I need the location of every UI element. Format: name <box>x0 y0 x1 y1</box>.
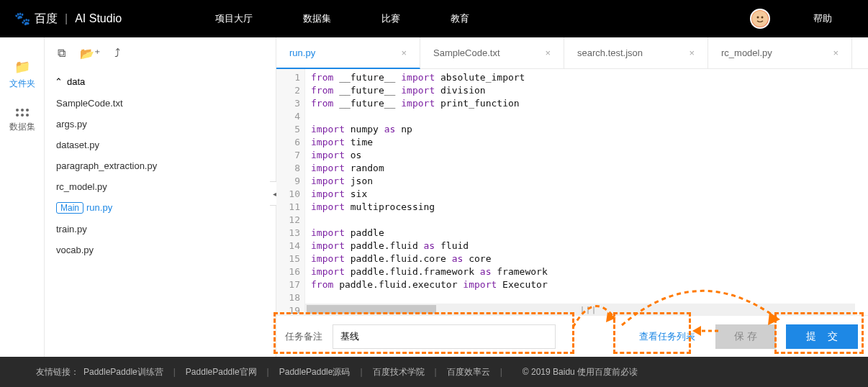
file-item[interactable]: paragraph_extraction.py <box>55 155 276 176</box>
footer: 友情链接： PaddlePaddle训练营| PaddlePaddle官网| P… <box>0 357 868 387</box>
task-note-input[interactable] <box>333 324 556 349</box>
grid-icon <box>16 109 29 117</box>
paw-icon: 🐾 <box>14 11 30 27</box>
tab-samplecode[interactable]: SampleCode.txt× <box>420 37 564 68</box>
file-item[interactable]: rc_model.py <box>55 176 276 197</box>
editor-area: ◀ run.py× SampleCode.txt× search.test.js… <box>276 37 868 357</box>
close-icon[interactable]: × <box>545 47 551 58</box>
tab-label: rc_model.py <box>721 47 772 58</box>
footer-link[interactable]: 百度技术学院 <box>373 366 425 378</box>
folder-name: data <box>67 76 85 87</box>
editor-tabs: run.py× SampleCode.txt× search.test.json… <box>276 37 868 69</box>
bottom-bar: 任务备注 查看任务列表 保 存 提 交 <box>276 315 868 357</box>
folder-data[interactable]: ⌃ data <box>55 70 276 93</box>
tab-label: search.test.json <box>577 47 643 58</box>
main-badge: Main <box>56 202 83 214</box>
svg-point-0 <box>752 11 768 27</box>
file-panel: ⧉ 📂⁺ ⤴ ⌃ data SampleCode.txt args.py dat… <box>45 37 276 357</box>
tab-label: SampleCode.txt <box>433 47 500 58</box>
nav-education[interactable]: 教育 <box>451 12 469 25</box>
code-editor[interactable]: 123456789101112131415161718192021222324 … <box>276 69 868 315</box>
task-note-label: 任务备注 <box>285 330 322 343</box>
tab-rcmodel[interactable]: rc_model.py× <box>708 37 852 68</box>
close-icon[interactable]: × <box>401 47 407 58</box>
submit-button[interactable]: 提 交 <box>786 324 858 349</box>
help-link[interactable]: 帮助 <box>813 12 832 25</box>
nav-projects[interactable]: 项目大厅 <box>215 12 253 25</box>
view-task-list-link[interactable]: 查看任务列表 <box>639 330 695 343</box>
file-item[interactable]: SampleCode.txt <box>55 93 276 114</box>
file-toolbar: ⧉ 📂⁺ ⤴ <box>45 37 276 69</box>
main-file-name: run.py <box>86 202 112 213</box>
nav-datasets[interactable]: 数据集 <box>303 12 331 25</box>
upload-icon[interactable]: ⤴ <box>114 47 120 60</box>
footer-link[interactable]: PaddlePaddle训练营 <box>83 366 163 378</box>
new-folder-icon[interactable]: 📂⁺ <box>80 47 100 60</box>
scroll-grip-icon: ||| <box>580 306 597 314</box>
avatar-icon <box>751 10 769 27</box>
code-body[interactable]: from __future__ import absolute_import f… <box>305 69 548 315</box>
file-item[interactable]: args.py <box>55 114 276 135</box>
logo[interactable]: 🐾 百度 | AI Studio <box>14 11 122 27</box>
footer-link[interactable]: PaddlePaddle源码 <box>279 366 351 378</box>
folder-icon: 📁 <box>14 59 30 75</box>
rail-files-label: 文件夹 <box>9 78 35 90</box>
file-item-main[interactable]: Mainrun.py <box>55 197 276 219</box>
chevron-down-icon: ⌃ <box>55 76 63 87</box>
logo-separator: | <box>65 12 68 25</box>
file-tree: ⌃ data SampleCode.txt args.py dataset.py… <box>45 69 276 260</box>
footer-link[interactable]: 百度效率云 <box>447 366 490 378</box>
main-area: 📁 文件夹 数据集 ⧉ 📂⁺ ⤴ ⌃ data SampleCode.txt a… <box>0 37 868 357</box>
svg-point-1 <box>757 17 759 19</box>
file-item[interactable]: train.py <box>55 219 276 240</box>
top-nav: 项目大厅 数据集 比赛 教育 <box>215 12 469 25</box>
rail-datasets[interactable]: 数据集 <box>0 101 44 145</box>
logo-product: AI Studio <box>75 12 122 25</box>
avatar[interactable] <box>750 9 770 29</box>
tab-run[interactable]: run.py× <box>276 37 420 69</box>
new-file-icon[interactable]: ⧉ <box>58 47 65 60</box>
file-item[interactable]: vocab.py <box>55 240 276 260</box>
scroll-thumb[interactable] <box>307 305 436 314</box>
save-button[interactable]: 保 存 <box>715 324 776 349</box>
file-item[interactable]: dataset.py <box>55 135 276 155</box>
tab-label: run.py <box>289 47 315 58</box>
footer-link[interactable]: PaddlePaddle官网 <box>186 366 257 378</box>
svg-point-2 <box>761 17 764 19</box>
left-rail: 📁 文件夹 数据集 <box>0 37 45 357</box>
rail-files[interactable]: 📁 文件夹 <box>0 52 44 101</box>
close-icon[interactable]: × <box>833 47 838 58</box>
line-gutter: 123456789101112131415161718192021222324 <box>276 69 305 315</box>
logo-text: 百度 <box>35 12 58 27</box>
horizontal-scrollbar[interactable]: ||| <box>305 304 855 315</box>
footer-label: 友情链接： <box>36 366 79 378</box>
footer-copyright: © 2019 Baidu 使用百度前必读 <box>523 366 638 378</box>
close-icon[interactable]: × <box>689 47 695 58</box>
top-bar: 🐾 百度 | AI Studio 项目大厅 数据集 比赛 教育 帮助 <box>0 0 868 37</box>
tab-searchjson[interactable]: search.test.json× <box>564 37 708 68</box>
nav-competition[interactable]: 比赛 <box>381 12 400 25</box>
rail-datasets-label: 数据集 <box>9 121 35 133</box>
